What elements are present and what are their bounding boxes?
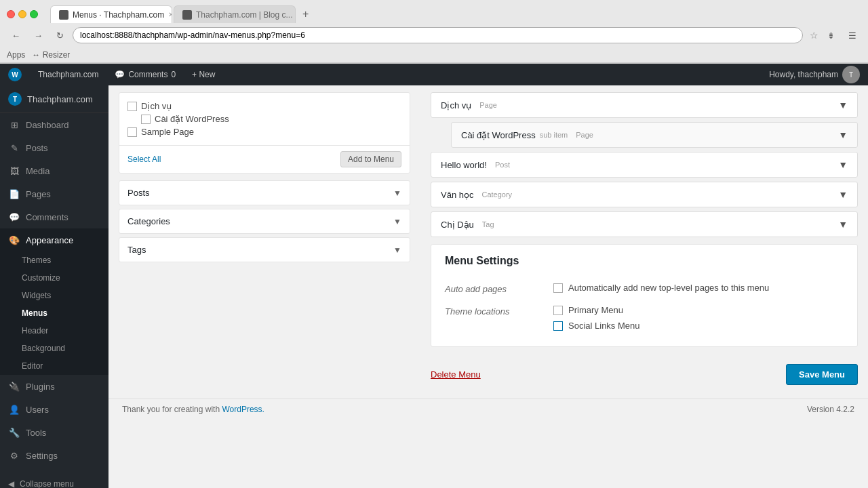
menu-items-list: Dịch vụ Page ▼ Cài đặt WordPress sub ite… [431,92,858,237]
adminbar-wp-logo[interactable]: W [0,64,30,85]
sidebar-item-widgets[interactable]: Widgets [0,287,108,304]
wp-adminbar: W Thachpham.com 💬 Comments 0 + New Howdy… [0,64,868,85]
accordion-categories: Categories ▼ [119,209,410,234]
sidebar-item-label: Settings [26,451,58,461]
sidebar-item-users[interactable]: 👤 Users [0,398,108,421]
primary-menu-label: Primary Menu [568,305,623,315]
auto-add-pages-checkbox[interactable] [553,283,563,293]
theme-locations-content: Primary Menu Social Links Menu [553,305,640,331]
sidebar-item-media[interactable]: 🖼 Media [0,159,108,182]
checkbox-sample[interactable] [127,127,137,137]
wordpress-link[interactable]: WordPress. [222,405,264,414]
sidebar-item-pages[interactable]: 📄 Pages [0,182,108,205]
menu-button[interactable]: ☰ [844,28,861,43]
tab-label-1: Menus · Thachpham.com [73,10,164,20]
sidebar-item-menus[interactable]: Menus [0,304,108,322]
sidebar-item-posts[interactable]: ✎ Posts [0,136,108,159]
menu-item-text: Văn học [441,190,473,200]
menu-item-label: Chị Dậu Tag [441,220,494,230]
menu-item-expand[interactable]: ▼ [838,100,848,110]
sidebar-item-label: Comments [26,212,68,222]
sidebar-item-background[interactable]: Background [0,340,108,357]
auto-add-pages-row: Auto add pages Automatically add new top… [445,277,844,300]
back-button[interactable]: ← [7,28,25,43]
sidebar-item-tools[interactable]: 🔧 Tools [0,421,108,444]
refresh-button[interactable]: ↻ [52,28,68,43]
social-links-menu-checkbox[interactable] [553,321,563,331]
sidebar-item-plugins[interactable]: 🔌 Plugins [0,375,108,398]
menu-item-expand[interactable]: ▼ [838,129,848,140]
forward-button[interactable]: → [29,28,47,43]
sidebar-item-label: Appearance [26,235,73,245]
select-all-link[interactable]: Select All [127,155,161,164]
menu-item-expand[interactable]: ▼ [838,159,848,170]
add-to-menu-button[interactable]: Add to Menu [340,151,401,167]
list-item: Dịch vụ [127,100,401,113]
pages-list-body: Dịch vụ Cài đặt WordPress Sample Page [119,93,410,145]
menu-item-type: Post [495,161,510,169]
adminbar-comments[interactable]: 💬 Comments 0 [106,64,184,85]
sidebar-item-editor[interactable]: Editor [0,357,108,375]
accordion-posts-header[interactable]: Posts ▼ [119,181,410,205]
sidebar-item-dashboard[interactable]: ⊞ Dashboard [0,113,108,136]
delete-menu-link[interactable]: Delete Menu [431,369,481,380]
left-panel: Dịch vụ Cài đặt WordPress Sample Page Se… [108,85,420,399]
page-label-dich-vu: Dịch vụ [141,101,172,111]
new-tab-button[interactable]: + [297,5,314,23]
list-item: Cài đặt WordPress [127,113,401,125]
menu-item-expand[interactable]: ▼ [838,219,848,230]
menu-item-expand[interactable]: ▼ [838,189,848,200]
menu-item-text: Dịch vụ [441,100,471,110]
auto-add-pages-desc: Automatically add new top-level pages to… [568,283,769,293]
adminbar-howdy[interactable]: Howdy, thachpham T [761,66,868,83]
sidebar-item-customize[interactable]: Customize [0,269,108,287]
menu-item-dich-vu: Dịch vụ Page ▼ [431,92,858,118]
collapse-menu-button[interactable]: ◀ Collapse menu [0,474,108,488]
adminbar-new[interactable]: + New [184,64,223,85]
new-label: + New [192,70,215,79]
save-menu-button[interactable]: Save Menu [786,364,858,385]
bookmark-star[interactable]: ☆ [810,30,818,41]
sidebar-item-comments[interactable]: 💬 Comments [0,205,108,228]
posts-icon: ✎ [8,142,20,154]
sidebar-site-name[interactable]: T Thachpham.com [0,85,108,113]
bookmark-resizer[interactable]: ↔ Resizer [32,50,70,60]
browser-tabs: Menus · Thachpham.com ✕ Thachpham.com | … [50,5,861,23]
url-bar[interactable] [73,27,803,43]
menu-item-hello-world: Hello world! Post ▼ [431,152,858,178]
users-icon: 👤 [8,403,20,415]
tab-close-1[interactable]: ✕ [168,11,172,18]
howdy-label: Howdy, thachpham [769,70,838,79]
accordion-categories-header[interactable]: Categories ▼ [119,209,410,233]
comments-label: Comments [128,70,167,79]
sidebar-item-themes[interactable]: Themes [0,251,108,269]
reader-view-button[interactable]: ⇟ [823,28,840,43]
browser-toolbar: ← → ↻ ☆ ⇟ ☰ [0,23,868,47]
tab-favicon [59,10,68,20]
tab-inactive[interactable]: Thachpham.com | Blog c... ✕ [174,5,296,23]
checkbox-cai-dat[interactable] [141,115,151,124]
auto-add-pages-label: Auto add pages [445,283,540,294]
checkbox-dich-vu[interactable] [127,102,137,111]
tab-active[interactable]: Menus · Thachpham.com ✕ [50,5,172,23]
menu-item-chi-dau: Chị Dậu Tag ▼ [431,211,858,237]
close-dot[interactable] [7,10,15,18]
maximize-dot[interactable] [30,10,38,18]
menu-item-text: Hello world! [441,160,487,170]
sidebar-item-appearance[interactable]: 🎨 Appearance [0,228,108,251]
sidebar-item-label: Media [26,166,50,176]
bookmark-apps[interactable]: Apps [7,50,25,60]
wp-sidebar: T Thachpham.com ⊞ Dashboard ✎ Posts 🖼 Me… [0,85,108,488]
sidebar-item-settings[interactable]: ⚙ Settings [0,444,108,467]
adminbar-site-name[interactable]: Thachpham.com [30,64,106,85]
tab-label-2: Thachpham.com | Blog c... [196,10,293,20]
sidebar-item-header[interactable]: Header [0,322,108,340]
menu-footer: Delete Menu Save Menu [431,357,858,392]
primary-menu-checkbox[interactable] [553,306,563,315]
accordion-categories-label: Categories [127,216,170,226]
wp-admin-layout: T Thachpham.com ⊞ Dashboard ✎ Posts 🖼 Me… [0,85,868,488]
minimize-dot[interactable] [18,10,26,18]
dashboard-icon: ⊞ [8,119,20,131]
accordion-tags-header[interactable]: Tags ▼ [119,238,410,262]
accordion-arrow: ▼ [393,188,401,198]
